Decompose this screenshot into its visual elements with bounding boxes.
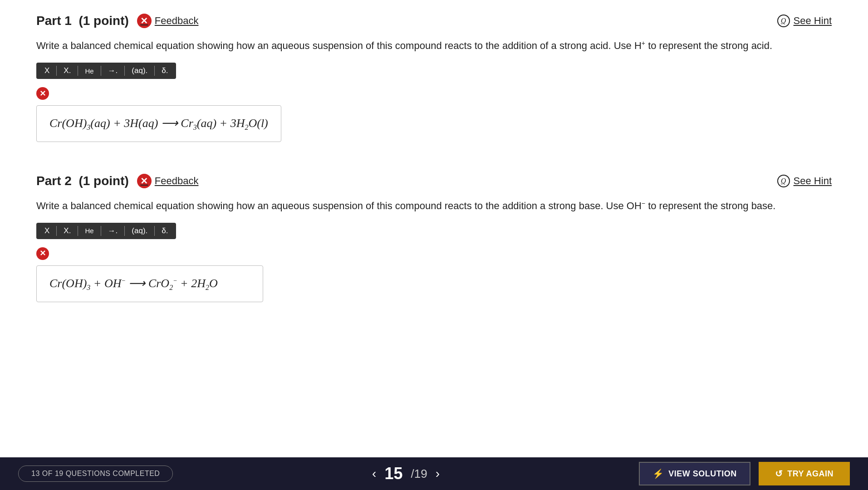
part2-hint-icon: Q <box>777 175 790 187</box>
part1-toolbar-btn-arrow[interactable]: →. <box>103 64 123 77</box>
toolbar-divider3 <box>101 66 101 76</box>
part2-toolbar-btn-he[interactable]: He <box>80 225 98 236</box>
part1-equation-box: Cr(OH)3(aq) + 3H(aq) ⟶ Cr3(aq) + 3H2O(l) <box>36 105 281 142</box>
part1-toolbar-btn-x[interactable]: X <box>40 64 54 77</box>
part2-toolbar-btn-delta[interactable]: δ. <box>157 225 172 237</box>
try-again-button[interactable]: ↺ TRY AGAIN <box>759 462 850 485</box>
lightning-icon: ⚡ <box>652 468 664 479</box>
part2-toolbar-btn-x[interactable]: X <box>40 225 54 237</box>
part2-see-hint-link[interactable]: Q See Hint <box>777 175 832 187</box>
part1-toolbar-btn-aq[interactable]: (aq). <box>127 64 152 77</box>
part1-hint-icon: Q <box>777 15 790 27</box>
pagination-current: 15 <box>384 464 402 483</box>
part1-feedback-link[interactable]: ✕ Feedback <box>137 14 199 28</box>
part1-toolbar-btn-xdot[interactable]: X. <box>59 64 75 77</box>
part2-error-icon: ✕ <box>137 174 152 188</box>
part1-error-icon: ✕ <box>137 14 152 28</box>
pagination-next-button[interactable]: › <box>436 466 440 481</box>
toolbar-divider4 <box>124 66 125 76</box>
part1-toolbar-btn-delta[interactable]: δ. <box>157 64 172 77</box>
part1-see-hint-link[interactable]: Q See Hint <box>777 15 832 27</box>
bottom-bar: 13 OF 19 QUESTIONS COMPLETED ‹ 15 /19 › … <box>0 457 868 490</box>
part2-toolbar-btn-aq[interactable]: (aq). <box>127 225 152 237</box>
part2-equation: Cr(OH)3 + OH− ⟶ CrO2− + 2H2O <box>49 277 218 290</box>
part1-equation: Cr(OH)3(aq) + 3H(aq) ⟶ Cr3(aq) + 3H2O(l) <box>49 117 268 130</box>
part1-title: Part 1 (1 point) <box>36 14 129 28</box>
part1-question-text: Write a balanced chemical equation showi… <box>36 38 808 54</box>
part2-answer-error-icon: ✕ <box>36 247 49 260</box>
part2-question-text: Write a balanced chemical equation showi… <box>36 198 808 214</box>
part1-error-indicator: ✕ <box>36 87 832 100</box>
bottom-actions: ⚡ VIEW SOLUTION ↺ TRY AGAIN <box>639 462 850 485</box>
part1-toolbar-btn-he[interactable]: He <box>80 65 98 77</box>
pagination: ‹ 15 /19 › <box>372 464 440 483</box>
toolbar-divider7 <box>78 226 78 236</box>
part1-toolbar: X X. He →. (aq). δ. <box>36 63 176 79</box>
toolbar-divider5 <box>154 66 155 76</box>
part1-answer-error-icon: ✕ <box>36 87 49 100</box>
part2-toolbar-btn-arrow[interactable]: →. <box>103 225 123 237</box>
toolbar-divider8 <box>101 226 101 236</box>
part2-error-indicator: ✕ <box>36 247 832 260</box>
part2-toolbar: X X. He →. (aq). δ. <box>36 223 176 239</box>
toolbar-divider2 <box>78 66 78 76</box>
part2-toolbar-btn-xdot[interactable]: X. <box>59 225 75 237</box>
toolbar-divider1 <box>56 66 57 76</box>
questions-completed-badge: 13 OF 19 QUESTIONS COMPLETED <box>18 466 173 482</box>
part2-title: Part 2 (1 point) <box>36 174 129 188</box>
toolbar-divider9 <box>124 226 125 236</box>
pagination-prev-button[interactable]: ‹ <box>372 466 376 481</box>
view-solution-button[interactable]: ⚡ VIEW SOLUTION <box>639 462 750 485</box>
part2-feedback-link[interactable]: ✕ Feedback <box>137 174 199 188</box>
toolbar-divider10 <box>154 226 155 236</box>
toolbar-divider6 <box>56 226 57 236</box>
part2-equation-box: Cr(OH)3 + OH− ⟶ CrO2− + 2H2O <box>36 265 263 302</box>
pagination-total: /19 <box>411 467 427 481</box>
refresh-icon: ↺ <box>775 468 783 479</box>
